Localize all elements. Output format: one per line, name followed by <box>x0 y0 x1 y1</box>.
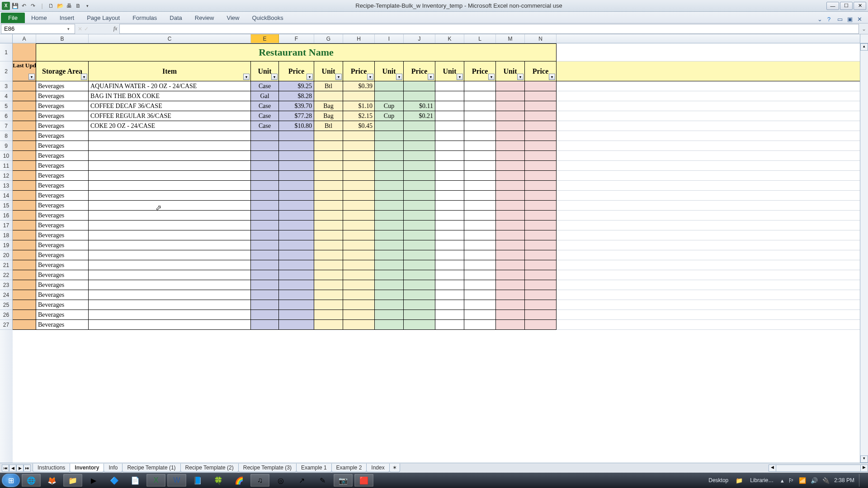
cell[interactable]: Case <box>251 121 279 131</box>
cell[interactable] <box>404 300 435 310</box>
cell[interactable] <box>404 250 435 260</box>
cell[interactable] <box>343 320 375 330</box>
cell[interactable] <box>13 161 36 171</box>
cell[interactable] <box>343 141 375 151</box>
cell[interactable] <box>557 191 860 201</box>
cell[interactable]: $77.28 <box>279 111 314 121</box>
sheet-tab[interactable]: Recipe Template (1) <box>122 464 180 472</box>
cell[interactable] <box>343 221 375 230</box>
cell[interactable] <box>496 260 525 270</box>
taskbar-notepad-icon[interactable]: 📄 <box>126 474 145 487</box>
header-unit[interactable]: Unit▾ <box>375 61 404 81</box>
quickprint-icon[interactable]: 🖶 <box>65 2 73 10</box>
cell[interactable] <box>89 171 251 181</box>
cell[interactable]: COFFEE REGULAR 36/CASE <box>89 111 251 121</box>
cell[interactable] <box>525 310 557 320</box>
cell[interactable] <box>375 240 404 250</box>
cell[interactable] <box>251 320 279 330</box>
cell[interactable]: Case <box>251 111 279 121</box>
cell[interactable] <box>404 230 435 240</box>
cell[interactable] <box>314 270 343 280</box>
cell[interactable] <box>314 201 343 211</box>
cell[interactable] <box>525 221 557 230</box>
cell[interactable]: Beverages <box>36 141 89 151</box>
taskbar-media-icon[interactable]: ▶ <box>84 474 103 487</box>
help-icon[interactable]: ? <box>827 16 835 23</box>
cell[interactable] <box>251 151 279 161</box>
cell[interactable] <box>89 320 251 330</box>
cell[interactable]: Beverages <box>36 161 89 171</box>
filter-dropdown-icon[interactable]: ▾ <box>271 74 278 80</box>
cell[interactable] <box>464 91 496 101</box>
vertical-scrollbar[interactable]: ▴ ▾ <box>860 43 868 463</box>
cell[interactable] <box>557 320 860 330</box>
header-unit[interactable]: Unit▾ <box>251 61 279 81</box>
cell[interactable] <box>279 300 314 310</box>
row-header[interactable]: 25 <box>0 300 13 310</box>
cell[interactable] <box>525 141 557 151</box>
cell[interactable] <box>557 211 860 221</box>
filter-dropdown-icon[interactable]: ▾ <box>517 74 524 80</box>
cell[interactable] <box>557 250 860 260</box>
cell[interactable] <box>525 131 557 141</box>
cell[interactable] <box>404 191 435 201</box>
col-header-b[interactable]: B <box>36 34 89 43</box>
cell[interactable] <box>375 300 404 310</box>
cell[interactable]: $1.10 <box>343 101 375 111</box>
cell[interactable] <box>89 161 251 171</box>
col-header-g[interactable]: G <box>314 34 343 43</box>
cell[interactable] <box>496 141 525 151</box>
row-header[interactable]: 10 <box>0 151 13 161</box>
cell[interactable] <box>435 240 464 250</box>
cell[interactable] <box>435 111 464 121</box>
sheet-last-icon[interactable]: ⏭ <box>24 465 31 472</box>
col-header-l[interactable]: L <box>464 34 496 43</box>
cell[interactable] <box>464 161 496 171</box>
cell[interactable] <box>496 101 525 111</box>
excel-icon[interactable]: X <box>2 2 10 10</box>
scroll-right-icon[interactable]: ▶ <box>860 465 868 471</box>
cell[interactable] <box>435 230 464 240</box>
cell[interactable] <box>435 171 464 181</box>
taskbar-app4-icon[interactable]: ◎ <box>271 474 290 487</box>
cell[interactable]: Beverages <box>36 260 89 270</box>
cell[interactable] <box>279 171 314 181</box>
cell[interactable] <box>464 280 496 290</box>
cell[interactable]: COKE 20 OZ - 24/CASE <box>89 121 251 131</box>
cell[interactable]: $0.11 <box>404 101 435 111</box>
fx-icon[interactable]: fx <box>111 25 119 32</box>
cell[interactable] <box>557 240 860 250</box>
cell[interactable] <box>435 211 464 221</box>
tray-network-icon[interactable]: 📶 <box>799 477 806 484</box>
cell[interactable] <box>557 270 860 280</box>
cell[interactable] <box>343 310 375 320</box>
cell[interactable] <box>314 300 343 310</box>
row-header[interactable]: 17 <box>0 221 13 230</box>
col-header-n[interactable]: N <box>525 34 557 43</box>
cell[interactable]: Beverages <box>36 191 89 201</box>
cell[interactable]: $0.21 <box>404 111 435 121</box>
row-header[interactable]: 4 <box>0 91 13 101</box>
cell[interactable] <box>279 310 314 320</box>
cell[interactable] <box>251 260 279 270</box>
cell[interactable] <box>525 101 557 111</box>
tray-flag-icon[interactable]: 🏳 <box>788 477 794 484</box>
cell[interactable] <box>557 131 860 141</box>
cell[interactable] <box>404 121 435 131</box>
cell[interactable] <box>435 300 464 310</box>
cell[interactable] <box>89 290 251 300</box>
taskbar-app-icon[interactable]: 🔷 <box>105 474 124 487</box>
cell[interactable] <box>314 181 343 191</box>
cell[interactable] <box>404 171 435 181</box>
cell[interactable] <box>89 211 251 221</box>
cell[interactable] <box>525 270 557 280</box>
cell[interactable] <box>375 171 404 181</box>
cell[interactable] <box>464 290 496 300</box>
tab-insert[interactable]: Insert <box>53 13 81 23</box>
row-header[interactable]: 9 <box>0 141 13 151</box>
cell[interactable]: Case <box>251 101 279 111</box>
cell[interactable] <box>375 91 404 101</box>
cell[interactable] <box>13 43 36 61</box>
cell[interactable] <box>525 81 557 91</box>
sheet-tab[interactable]: Index <box>366 464 389 472</box>
